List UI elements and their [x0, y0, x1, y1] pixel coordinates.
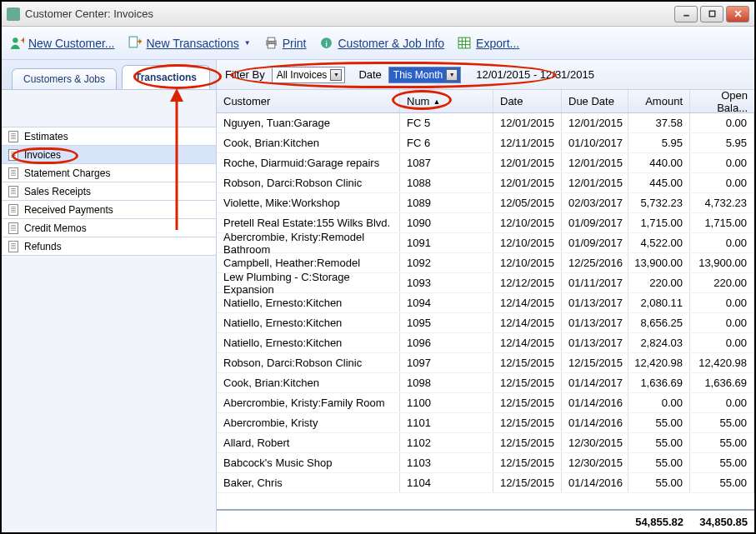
print-button[interactable]: Print [264, 36, 307, 50]
cell: 12/10/2015 [493, 213, 562, 232]
cell: 01/10/2017 [562, 133, 628, 152]
tab-transactions-label: Transactions [135, 72, 197, 83]
maximize-button[interactable] [700, 6, 723, 22]
type-item-received-payments[interactable]: Received Payments [2, 200, 216, 219]
table-row[interactable]: Natiello, Ernesto:Kitchen109612/14/20150… [217, 333, 754, 353]
table-row[interactable]: Abercrombie, Kristy110112/15/201501/14/2… [217, 413, 754, 433]
type-item-label: Credit Memos [24, 222, 87, 234]
cell: 1103 [400, 453, 493, 472]
document-icon [8, 222, 18, 234]
table-row[interactable]: Violette, Mike:Workshop108912/05/201502/… [217, 193, 754, 213]
cell: 1089 [400, 193, 493, 212]
export-button[interactable]: Export... [458, 36, 519, 50]
printer-icon [264, 36, 278, 50]
cell: 4,522.00 [628, 233, 690, 252]
cell: 01/14/2016 [562, 413, 628, 432]
grid-body[interactable]: Nguyen, Tuan:GarageFC 512/01/201512/01/2… [217, 113, 754, 509]
window-controls [674, 6, 749, 22]
cell: 01/14/2017 [562, 373, 628, 392]
svg-text:i: i [326, 39, 328, 48]
type-item-statement-charges[interactable]: Statement Charges [2, 163, 216, 182]
cell: 0.00 [690, 333, 754, 352]
cell: 220.00 [690, 273, 754, 292]
cell: 12/15/2015 [493, 433, 562, 452]
cell: 0.00 [690, 233, 754, 252]
tab-transactions[interactable]: Transactions [122, 65, 210, 89]
total-amount: 54,855.82 [628, 516, 690, 528]
cell: 2,080.11 [628, 293, 690, 312]
table-row[interactable]: Abercrombie, Kristy:Remodel Bathroom1091… [217, 233, 754, 253]
type-item-label: Refunds [24, 241, 62, 252]
cell: 01/13/2017 [562, 293, 628, 312]
chevron-down-icon: ▼ [446, 69, 458, 81]
table-row[interactable]: Baker, Chris110412/15/201501/14/201655.0… [217, 473, 754, 493]
cell: Babcock's Music Shop [217, 453, 400, 472]
cell: 37.58 [628, 113, 690, 132]
cell: 12/15/2015 [493, 473, 562, 492]
table-row[interactable]: Allard, Robert110212/15/201512/30/201555… [217, 433, 754, 453]
cell: 5.95 [628, 133, 690, 152]
table-row[interactable]: Roche, Diarmuid:Garage repairs108712/01/… [217, 153, 754, 173]
table-row[interactable]: Natiello, Ernesto:Kitchen109412/14/20150… [217, 293, 754, 313]
column-customer-label: Customer [223, 95, 270, 107]
cell: 440.00 [628, 153, 690, 172]
type-item-invoices[interactable]: Invoices [2, 145, 216, 164]
column-date[interactable]: Date [493, 90, 562, 112]
cell: 12/01/2015 [562, 153, 628, 172]
column-customer[interactable]: Customer [217, 90, 400, 112]
table-row[interactable]: Lew Plumbing - C:Storage Expansion109312… [217, 273, 754, 293]
cell: 02/03/2017 [562, 193, 628, 212]
cell: 1095 [400, 313, 493, 332]
table-row[interactable]: Cook, Brian:Kitchen109812/15/201501/14/2… [217, 373, 754, 393]
cell: Allard, Robert [217, 433, 400, 452]
table-row[interactable]: Nguyen, Tuan:GarageFC 512/01/201512/01/2… [217, 113, 754, 133]
svg-rect-13 [458, 37, 470, 48]
type-item-sales-receipts[interactable]: Sales Receipts [2, 182, 216, 201]
column-amount[interactable]: Amount [628, 90, 690, 112]
column-due-date[interactable]: Due Date [562, 90, 628, 112]
print-label: Print [283, 37, 307, 50]
table-row[interactable]: Robson, Darci:Robson Clinic108812/01/201… [217, 173, 754, 193]
document-icon [8, 241, 18, 252]
close-button[interactable] [726, 6, 749, 22]
minimize-button[interactable] [674, 6, 698, 22]
tab-customers-jobs[interactable]: Customers & Jobs [12, 68, 117, 89]
cell: Violette, Mike:Workshop [217, 193, 400, 212]
app-icon [7, 7, 20, 21]
cell: Baker, Chris [217, 473, 400, 492]
new-transactions-button[interactable]: ✦ New Transactions ▼ [128, 36, 250, 50]
column-open-balance[interactable]: Open Bala... [690, 90, 754, 112]
type-item-credit-memos[interactable]: Credit Memos [2, 218, 216, 237]
table-row[interactable]: Babcock's Music Shop110312/15/201512/30/… [217, 453, 754, 473]
title-bar: Customer Center: Invoices [2, 2, 754, 27]
table-row[interactable]: Cook, Brian:KitchenFC 612/11/201501/10/2… [217, 133, 754, 153]
cell: 12,420.98 [690, 353, 754, 372]
transaction-type-list: EstimatesInvoicesStatement ChargesSales … [2, 127, 216, 256]
cell: 1101 [400, 413, 493, 432]
grid-header: Customer Num▲ Date Due Date Amount Open … [217, 90, 754, 113]
cell: 8,656.25 [628, 313, 690, 332]
table-row[interactable]: Robson, Darci:Robson Clinic109712/15/201… [217, 353, 754, 373]
date-combo[interactable]: This Month ▼ [388, 67, 461, 83]
svg-rect-10 [268, 44, 275, 48]
new-customer-button[interactable]: ✦ New Customer... [10, 36, 114, 50]
column-num-label: Num [407, 95, 429, 107]
cell: 01/14/2016 [562, 393, 628, 412]
cell: Cook, Brian:Kitchen [217, 373, 400, 392]
cell: 12/15/2015 [493, 413, 562, 432]
type-item-label: Sales Receipts [24, 186, 91, 197]
cell: 12/10/2015 [493, 233, 562, 252]
cell: 12/14/2015 [493, 333, 562, 352]
type-item-estimates[interactable]: Estimates [2, 127, 216, 146]
column-num[interactable]: Num▲ [400, 90, 493, 112]
date-value: This Month [393, 69, 443, 81]
filter-by-combo[interactable]: All Invoices ▼ [272, 67, 346, 83]
cell: Natiello, Ernesto:Kitchen [217, 293, 400, 312]
table-row[interactable]: Abercrombie, Kristy:Family Room110012/15… [217, 393, 754, 413]
table-row[interactable]: Natiello, Ernesto:Kitchen109512/14/20150… [217, 313, 754, 333]
customer-job-info-button[interactable]: i Customer & Job Info [319, 36, 444, 50]
cell: 12/12/2015 [493, 273, 562, 292]
svg-text:✦: ✦ [137, 37, 142, 46]
type-item-refunds[interactable]: Refunds [2, 237, 216, 256]
cell: Nguyen, Tuan:Garage [217, 113, 400, 132]
